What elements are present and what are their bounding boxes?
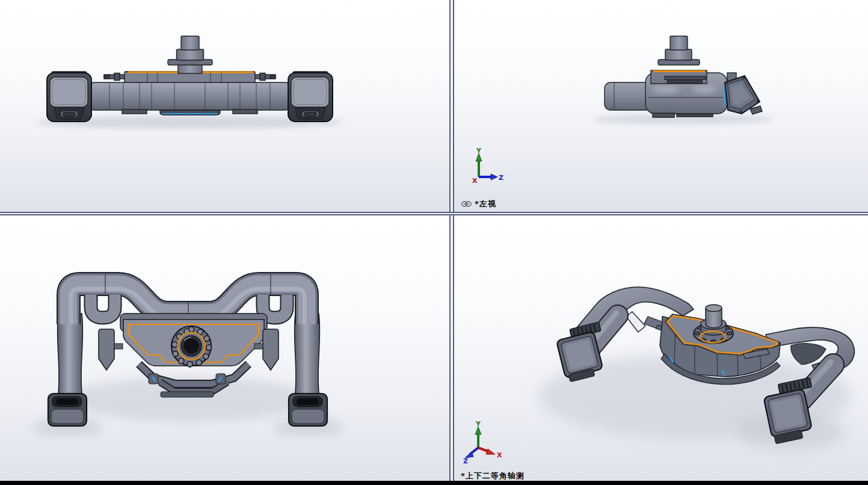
viewport-dimetric-view[interactable]: Y X Z *上下二等角轴测	[454, 215, 868, 481]
view-label-dimetric-view: *上下二等角轴测	[461, 471, 525, 481]
axis-y-label: Y	[476, 148, 482, 155]
axis-x-label: X	[472, 177, 478, 185]
axis-x-label: X	[497, 451, 502, 459]
axis-triad: Y X Z	[463, 421, 505, 463]
viewport-front-view[interactable]	[0, 0, 450, 212]
axis-y-label: Y	[475, 421, 481, 428]
view-label-text: *左视	[475, 199, 496, 209]
front-view-part-drawing	[0, 0, 450, 212]
axis-triad: Y Z X	[471, 148, 505, 185]
solidworks-four-viewport-area: Y Z X *左视	[0, 0, 868, 485]
view-label-text: *上下二等角轴测	[461, 471, 525, 481]
viewport-splitter-vertical[interactable]	[449, 0, 454, 481]
link-icon	[461, 200, 472, 208]
viewport-top-view[interactable]	[0, 215, 450, 481]
top-view-part-drawing	[0, 215, 450, 481]
axis-z-label: Z	[463, 457, 468, 463]
viewport-splitter-horizontal[interactable]	[0, 212, 868, 215]
window-bottom-edge	[0, 481, 868, 485]
left-view-part-drawing	[454, 0, 868, 212]
dimetric-view-part-drawing	[454, 215, 868, 481]
axis-z-label: Z	[499, 174, 503, 182]
viewport-left-view[interactable]: Y Z X *左视	[454, 0, 868, 212]
view-label-left-view: *左视	[461, 199, 496, 209]
